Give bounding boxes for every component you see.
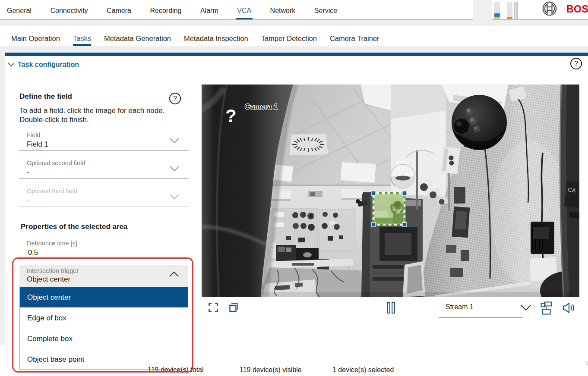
svg-text:?: ? xyxy=(225,106,237,126)
svg-text:Camera 1: Camera 1 xyxy=(245,103,278,111)
svg-text:CA: CA xyxy=(568,186,576,194)
